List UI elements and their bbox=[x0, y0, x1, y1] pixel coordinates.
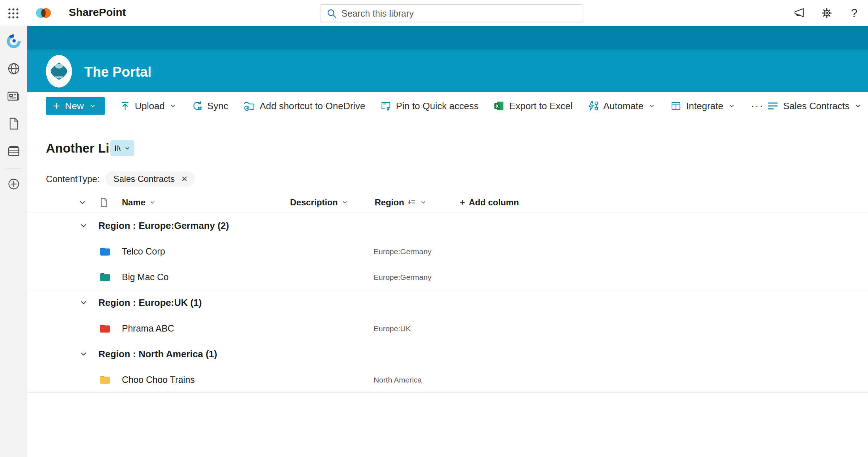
filter-bar: ContentType: Sales Contracts ✕ bbox=[46, 171, 195, 187]
add-column-button[interactable]: + Add column bbox=[460, 192, 519, 213]
group-label: Region : North America (1) bbox=[98, 341, 217, 367]
sidebar-item-news[interactable] bbox=[0, 85, 27, 108]
upload-icon bbox=[120, 101, 130, 111]
sidebar-item-home-logo[interactable] bbox=[0, 30, 27, 54]
announcements-megaphone-icon[interactable] bbox=[786, 0, 813, 26]
folder-icon bbox=[99, 272, 111, 283]
add-shortcut-onedrive-button[interactable]: Add shortcut to OneDrive bbox=[243, 101, 365, 112]
sync-button[interactable]: Sync bbox=[192, 101, 228, 112]
bookshelf-icon bbox=[114, 144, 122, 152]
group-header-row[interactable]: Region : Europe:Germany (2) bbox=[27, 213, 868, 239]
plus-circle-icon bbox=[7, 177, 21, 193]
integrate-grid-icon bbox=[671, 101, 681, 111]
page-title: Another Lib bbox=[46, 141, 117, 155]
remove-filter-icon[interactable]: ✕ bbox=[181, 175, 188, 183]
search-icon bbox=[327, 8, 337, 20]
suite-bar: SharePoint bbox=[0, 0, 868, 26]
chevron-down-icon bbox=[854, 102, 861, 110]
item-name-link[interactable]: Choo Choo Trains bbox=[122, 367, 195, 393]
group-header-row[interactable]: Region : North America (1) bbox=[27, 341, 868, 367]
list-header-row: Name Description Region + Add column bbox=[27, 192, 868, 213]
search-input[interactable] bbox=[320, 4, 583, 22]
integrate-button[interactable]: Integrate bbox=[671, 101, 735, 112]
site-title[interactable]: The Portal bbox=[84, 64, 152, 80]
news-icon bbox=[6, 89, 21, 105]
group-label: Region : Europe:UK (1) bbox=[98, 290, 202, 316]
item-region-value: Europe:Germany bbox=[374, 239, 431, 264]
globe-icon bbox=[7, 61, 21, 77]
collapse-all-chevron-icon[interactable] bbox=[78, 192, 87, 213]
automate-button[interactable]: Automate bbox=[588, 101, 655, 112]
plus-icon: + bbox=[460, 197, 465, 208]
item-region-value: Europe:UK bbox=[374, 316, 411, 341]
file-type-column-icon[interactable] bbox=[99, 192, 108, 213]
chevron-down-icon bbox=[420, 199, 427, 206]
automate-flash-icon bbox=[588, 101, 599, 111]
chevron-down-icon bbox=[728, 102, 735, 110]
group-header-row[interactable]: Region : Europe:UK (1) bbox=[27, 290, 868, 316]
collapse-group-chevron-icon[interactable] bbox=[79, 221, 88, 232]
column-header-region[interactable]: Region bbox=[375, 192, 427, 213]
search-box bbox=[320, 4, 583, 22]
view-selector-button[interactable]: Sales Contracts bbox=[767, 101, 861, 112]
sync-icon bbox=[192, 101, 203, 111]
sidebar-item-documents[interactable] bbox=[0, 113, 27, 136]
sidebar-divider bbox=[5, 168, 21, 169]
upload-button[interactable]: Upload bbox=[120, 101, 176, 112]
more-commands-button[interactable]: ··· bbox=[751, 101, 764, 112]
help-icon[interactable]: ? bbox=[841, 0, 868, 26]
list-item-row[interactable]: Phrama ABCEurope:UK bbox=[27, 316, 868, 341]
site-header: Internal + Create site ★ Following bbox=[27, 50, 868, 92]
app-title: SharePoint bbox=[69, 6, 126, 18]
site-logo[interactable] bbox=[46, 55, 72, 89]
export-excel-button[interactable]: X Export to Excel bbox=[494, 101, 573, 112]
filter-chip[interactable]: Sales Contracts ✕ bbox=[106, 171, 195, 187]
collapse-group-chevron-icon[interactable] bbox=[79, 349, 88, 360]
chevron-down-icon bbox=[149, 199, 156, 206]
chevron-down-icon bbox=[341, 199, 348, 206]
filter-field-label: ContentType: bbox=[46, 174, 100, 184]
settings-gear-icon[interactable] bbox=[813, 0, 841, 26]
app-sidebar bbox=[0, 26, 27, 457]
suite-bar-actions: ? bbox=[786, 0, 868, 26]
office-logo-icon[interactable] bbox=[33, 3, 54, 24]
item-region-value: Europe:Germany bbox=[374, 264, 431, 290]
pin-icon bbox=[380, 101, 391, 111]
sidebar-item-sites[interactable] bbox=[0, 58, 27, 81]
document-icon bbox=[7, 116, 21, 132]
plus-icon: + bbox=[53, 101, 60, 111]
column-header-name[interactable]: Name bbox=[122, 192, 156, 213]
folder-shortcut-icon bbox=[243, 101, 255, 111]
sharepoint-library-page: SharePoint bbox=[0, 0, 868, 457]
item-name-link[interactable]: Phrama ABC bbox=[122, 316, 174, 341]
command-bar: + New Upload Sync bbox=[27, 92, 868, 120]
list-item-row[interactable]: Choo Choo TrainsNorth America bbox=[27, 367, 868, 393]
folder-icon bbox=[99, 324, 111, 335]
grouped-by-icon bbox=[408, 198, 416, 207]
view-lines-icon bbox=[767, 101, 778, 111]
library-view-toggle[interactable] bbox=[110, 140, 134, 156]
item-region-value: North America bbox=[374, 367, 422, 393]
group-label: Region : Europe:Germany (2) bbox=[98, 213, 229, 239]
list-body: Region : Europe:Germany (2)Telco CorpEur… bbox=[27, 213, 868, 393]
sidebar-item-lists[interactable] bbox=[0, 140, 27, 163]
plus-icon: + bbox=[802, 119, 809, 128]
list-table-icon bbox=[7, 145, 21, 159]
item-name-link[interactable]: Telco Corp bbox=[122, 239, 165, 264]
pin-quick-access-button[interactable]: Pin to Quick access bbox=[380, 101, 478, 112]
chevron-down-icon bbox=[169, 102, 176, 110]
chevron-down-icon bbox=[124, 145, 131, 151]
app-launcher-icon[interactable] bbox=[7, 7, 20, 20]
list-item-row[interactable]: Big Mac CoEurope:Germany bbox=[27, 264, 868, 290]
home-site-logo-icon bbox=[6, 33, 22, 51]
excel-icon: X bbox=[494, 101, 505, 111]
new-button[interactable]: + New bbox=[46, 97, 105, 115]
collapse-group-chevron-icon[interactable] bbox=[79, 298, 88, 309]
site-header-top-strip bbox=[27, 26, 868, 50]
chevron-down-icon bbox=[648, 102, 655, 110]
sidebar-item-create[interactable] bbox=[0, 173, 27, 196]
list-item-row[interactable]: Telco CorpEurope:Germany bbox=[27, 239, 868, 264]
column-header-description[interactable]: Description bbox=[290, 192, 348, 213]
item-name-link[interactable]: Big Mac Co bbox=[122, 264, 169, 290]
folder-icon bbox=[99, 247, 111, 258]
